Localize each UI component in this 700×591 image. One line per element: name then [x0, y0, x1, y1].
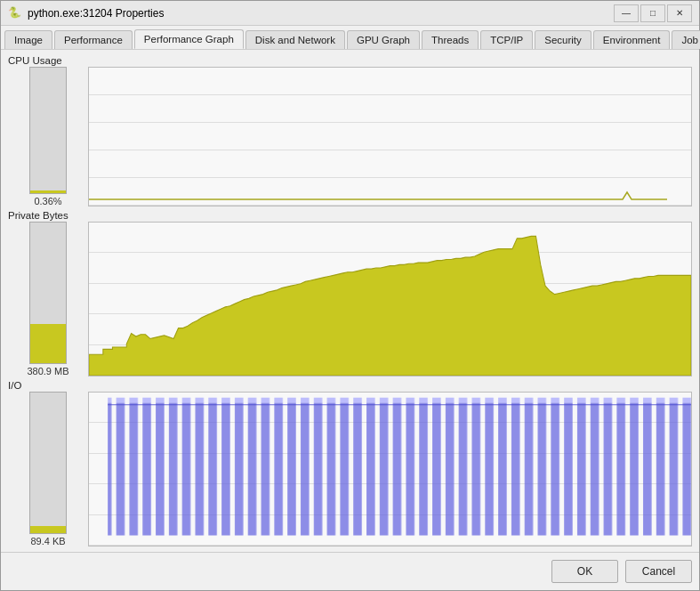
- content-area: CPU Usage 0.36%: [1, 50, 699, 552]
- tab-disk-and-network[interactable]: Disk and Network: [245, 30, 345, 49]
- app-icon: 🐍: [8, 6, 22, 20]
- io-value: 89.4 KB: [30, 536, 65, 546]
- tab-security[interactable]: Security: [535, 30, 591, 49]
- ok-button[interactable]: OK: [551, 560, 618, 583]
- tab-environment[interactable]: Environment: [593, 30, 671, 49]
- private-bytes-graph-row: 380.9 MB: [8, 222, 692, 376]
- io-graph-section: I/O 89.4 KB: [8, 380, 692, 546]
- tabs-row: Image Performance Performance Graph Disk…: [1, 26, 699, 50]
- private-bytes-canvas: [88, 222, 692, 376]
- tab-gpu-graph[interactable]: GPU Graph: [347, 30, 420, 49]
- tab-threads[interactable]: Threads: [422, 30, 479, 49]
- svg-rect-3: [108, 393, 691, 546]
- cpu-graph-svg: [89, 68, 691, 206]
- tab-job[interactable]: Job: [672, 30, 700, 49]
- private-bytes-label: Private Bytes: [8, 210, 692, 221]
- minimize-button[interactable]: —: [614, 4, 639, 22]
- title-controls: — □ ✕: [614, 4, 692, 22]
- io-scale-fill: [30, 526, 66, 533]
- tab-performance[interactable]: Performance: [54, 30, 133, 49]
- cpu-label: CPU Usage: [8, 55, 692, 66]
- cancel-button[interactable]: Cancel: [625, 560, 692, 583]
- private-bytes-svg: [89, 223, 691, 376]
- io-svg: [89, 393, 691, 546]
- svg-marker-0: [89, 236, 691, 376]
- private-bytes-scale-fill: [30, 324, 66, 363]
- title-bar: 🐍 python.exe:31204 Properties — □ ✕: [1, 1, 699, 26]
- cpu-sidebar: 0.36%: [8, 67, 88, 206]
- io-sidebar: 89.4 KB: [8, 392, 88, 546]
- title-bar-left: 🐍 python.exe:31204 Properties: [8, 6, 164, 20]
- cpu-scale-bar: [29, 67, 67, 194]
- cpu-scale-fill: [30, 190, 66, 193]
- cpu-graph-section: CPU Usage 0.36%: [8, 55, 692, 206]
- io-scale-bar: [29, 392, 67, 534]
- private-bytes-value: 380.9 MB: [27, 366, 68, 376]
- tab-image[interactable]: Image: [4, 30, 52, 49]
- window-title: python.exe:31204 Properties: [28, 7, 164, 20]
- tab-tcp-ip[interactable]: TCP/IP: [480, 30, 533, 49]
- private-bytes-sidebar: 380.9 MB: [8, 222, 88, 376]
- tab-performance-graph[interactable]: Performance Graph: [134, 29, 244, 49]
- maximize-button[interactable]: □: [640, 4, 665, 22]
- io-canvas: [88, 392, 692, 546]
- bottom-bar: OK Cancel: [1, 552, 699, 590]
- io-label: I/O: [8, 380, 692, 391]
- close-button[interactable]: ✕: [667, 4, 692, 22]
- cpu-value: 0.36%: [34, 196, 61, 206]
- cpu-graph-row: 0.36%: [8, 67, 692, 206]
- cpu-graph-canvas: [88, 67, 692, 206]
- private-bytes-scale-bar: [29, 222, 67, 364]
- private-bytes-section: Private Bytes 380.9 MB: [8, 210, 692, 376]
- main-window: 🐍 python.exe:31204 Properties — □ ✕ Imag…: [0, 0, 700, 591]
- io-graph-row: 89.4 KB: [8, 392, 692, 546]
